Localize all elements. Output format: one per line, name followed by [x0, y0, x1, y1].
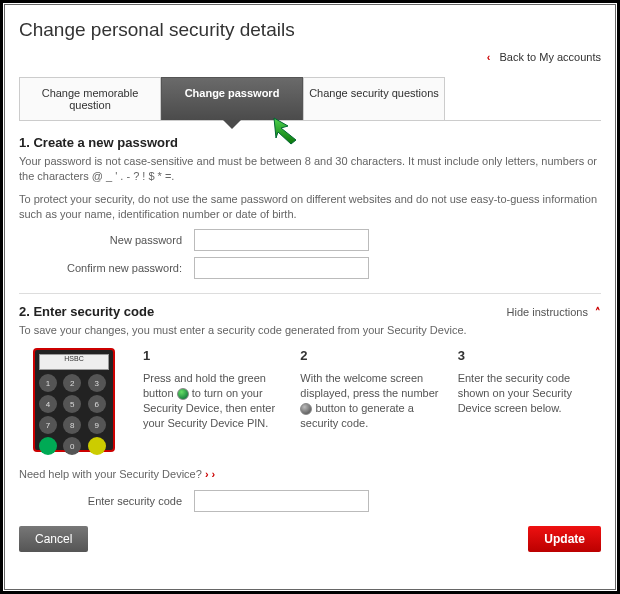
security-device-help-link[interactable]: Need help with your Security Device? › › [19, 468, 601, 480]
green-button-icon [177, 388, 189, 400]
step2-text: With the welcome screen displayed, press… [300, 371, 443, 430]
back-label: Back to My accounts [500, 51, 602, 63]
confirm-password-label: Confirm new password: [19, 262, 194, 274]
step3-number: 3 [458, 348, 601, 363]
security-device-illustration: HSBC 123 456 789 0 [19, 348, 129, 452]
collapse-icon: ˄ [595, 306, 601, 318]
password-advice-text: To protect your security, do not use the… [19, 192, 601, 222]
security-code-label: Enter security code [19, 495, 194, 507]
number-button-icon [300, 403, 312, 415]
confirm-password-input[interactable] [194, 257, 369, 279]
tab-change-password[interactable]: Change password [161, 77, 303, 120]
tab-memorable-question[interactable]: Change memorable question [19, 77, 161, 120]
step1-text: Press and hold the green button to turn … [143, 371, 286, 430]
step3-text: Enter the security code shown on your Se… [458, 371, 601, 416]
password-rules-text: Your password is not case-sensitive and … [19, 154, 601, 184]
new-password-input[interactable] [194, 229, 369, 251]
page-title: Change personal security details [19, 19, 601, 41]
security-code-input[interactable] [194, 490, 369, 512]
new-password-label: New password [19, 234, 194, 246]
update-button[interactable]: Update [528, 526, 601, 552]
help-label: Need help with your Security Device? [19, 468, 202, 480]
chevron-left-icon: ‹ [487, 51, 491, 63]
device-screen: HSBC [39, 354, 109, 370]
hide-instructions-link[interactable]: Hide instructions ˄ [507, 306, 601, 319]
cancel-button[interactable]: Cancel [19, 526, 88, 552]
step2-number: 2 [300, 348, 443, 363]
tab-security-questions[interactable]: Change security questions [303, 77, 445, 120]
back-to-accounts-link[interactable]: ‹ Back to My accounts [19, 51, 601, 63]
security-code-intro: To save your changes, you must enter a s… [19, 323, 601, 338]
step1-number: 1 [143, 348, 286, 363]
hide-instructions-label: Hide instructions [507, 306, 588, 318]
device-green-button-icon [39, 437, 57, 455]
device-yellow-button-icon [88, 437, 106, 455]
chevron-right-icon: › › [205, 468, 215, 480]
tabs: Change memorable question Change passwor… [19, 77, 601, 121]
section-divider [19, 293, 601, 294]
section1-heading: 1. Create a new password [19, 135, 601, 150]
section2-heading: 2. Enter security code [19, 304, 154, 319]
